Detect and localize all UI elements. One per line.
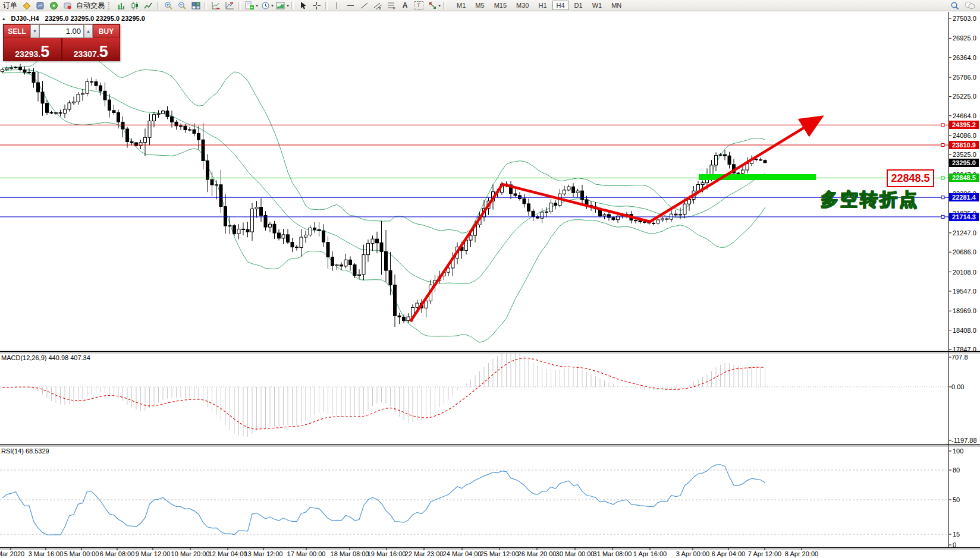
- candles-series: [1, 64, 767, 327]
- buy-button[interactable]: BUY: [93, 24, 120, 38]
- macd-signal-line: [2, 358, 765, 430]
- macd-pane: [2, 351, 765, 437]
- line-handle: [941, 215, 944, 218]
- volume-decrease-button[interactable]: ▼: [30, 24, 39, 38]
- symbol-period-label: DJ30-,H4: [11, 15, 39, 22]
- volume-increase-button[interactable]: ▲: [84, 24, 93, 38]
- price-annotation-box[interactable]: 22848.5: [887, 169, 934, 187]
- chart-icon: ▴: [2, 15, 5, 21]
- line-handle: [941, 196, 944, 199]
- one-click-trading-panel: SELL ▼ ▲ BUY 23293.5 23307.5: [3, 24, 120, 61]
- buy-price[interactable]: 23307.5: [61, 38, 120, 61]
- sell-price[interactable]: 23293.5: [4, 38, 61, 61]
- green-zone-bar: [699, 174, 816, 180]
- turning-point-note[interactable]: 多空转折点: [821, 188, 919, 212]
- chart-canvas[interactable]: [0, 0, 980, 558]
- ohlc-values: 23295.0 23295.0 23295.0 23295.0: [45, 15, 145, 22]
- bollinger-band: [2, 46, 765, 233]
- sell-button[interactable]: SELL: [4, 24, 30, 38]
- volume-input[interactable]: [39, 24, 84, 38]
- main-pane: [0, 46, 948, 342]
- mt4-chart-window: 订单 自动交易 ▾ ▾ ▾ E F A T ▾ M1M5M15M30H1H4D1: [0, 0, 980, 558]
- line-handle: [941, 144, 944, 147]
- chart-title: ▴ DJ30-,H4 23295.0 23295.0 23295.0 23295…: [2, 15, 145, 22]
- rsi-label: RSI(14) 68.5329: [1, 447, 49, 455]
- line-handle: [941, 124, 944, 127]
- line-handle: [941, 176, 944, 179]
- macd-label: MACD(12,26,9) 440.98 407.34: [1, 354, 90, 361]
- bollinger-band: [2, 70, 765, 284]
